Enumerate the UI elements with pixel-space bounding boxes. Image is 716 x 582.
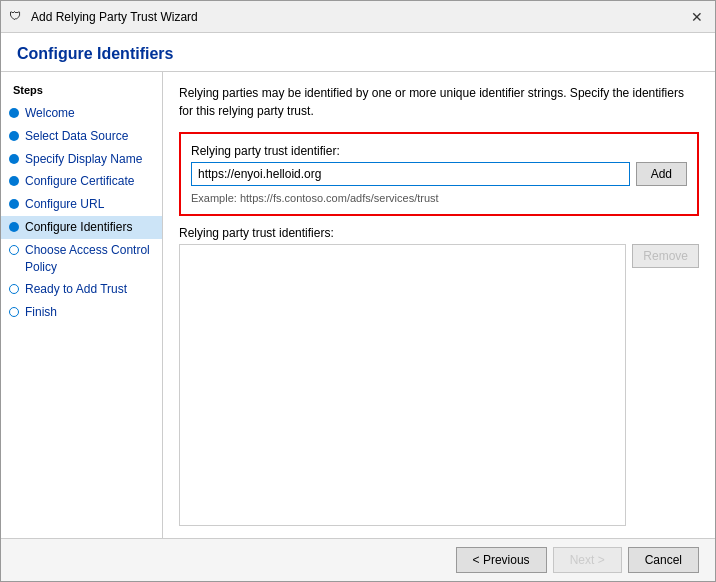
- title-bar: 🛡 Add Relying Party Trust Wizard ✕: [1, 1, 715, 33]
- title-bar-left: 🛡 Add Relying Party Trust Wizard: [9, 9, 198, 25]
- sidebar-item-display-name[interactable]: Specify Display Name: [1, 148, 162, 171]
- identifiers-list-label: Relying party trust identifiers:: [179, 226, 699, 240]
- identifiers-list[interactable]: [179, 244, 626, 526]
- sidebar-label-certificate: Configure Certificate: [25, 173, 134, 190]
- sidebar-label-welcome: Welcome: [25, 105, 75, 122]
- sidebar-item-identifiers[interactable]: Configure Identifiers: [1, 216, 162, 239]
- close-button[interactable]: ✕: [687, 7, 707, 27]
- dot-ready: [9, 284, 19, 294]
- identifier-input[interactable]: [191, 162, 630, 186]
- sidebar-label-url: Configure URL: [25, 196, 104, 213]
- description-text: Relying parties may be identified by one…: [179, 84, 699, 120]
- input-row: Add: [191, 162, 687, 186]
- identifiers-row: Remove: [179, 244, 699, 526]
- dot-certificate: [9, 176, 19, 186]
- sidebar-item-welcome[interactable]: Welcome: [1, 102, 162, 125]
- sidebar-label-identifiers: Configure Identifiers: [25, 219, 132, 236]
- sidebar-item-url[interactable]: Configure URL: [1, 193, 162, 216]
- title-bar-text: Add Relying Party Trust Wizard: [31, 10, 198, 24]
- steps-title: Steps: [1, 80, 162, 102]
- sidebar-item-certificate[interactable]: Configure Certificate: [1, 170, 162, 193]
- footer: < Previous Next > Cancel: [1, 538, 715, 581]
- sidebar: Steps Welcome Select Data Source Specify…: [1, 72, 163, 538]
- add-button[interactable]: Add: [636, 162, 687, 186]
- wizard-window: 🛡 Add Relying Party Trust Wizard ✕ Confi…: [0, 0, 716, 582]
- sidebar-item-finish[interactable]: Finish: [1, 301, 162, 324]
- sidebar-item-ready[interactable]: Ready to Add Trust: [1, 278, 162, 301]
- next-button[interactable]: Next >: [553, 547, 622, 573]
- sidebar-label-finish: Finish: [25, 304, 57, 321]
- sidebar-label-select-data-source: Select Data Source: [25, 128, 128, 145]
- identifier-field-label: Relying party trust identifier:: [191, 144, 687, 158]
- sidebar-item-access-control[interactable]: Choose Access Control Policy: [1, 239, 162, 279]
- page-header: Configure Identifiers: [1, 33, 715, 72]
- wizard-icon: 🛡: [9, 9, 25, 25]
- sidebar-label-ready: Ready to Add Trust: [25, 281, 127, 298]
- dot-welcome: [9, 108, 19, 118]
- dot-url: [9, 199, 19, 209]
- example-text: Example: https://fs.contoso.com/adfs/ser…: [191, 192, 687, 204]
- sidebar-label-access-control: Choose Access Control Policy: [25, 242, 150, 276]
- identifiers-section: Relying party trust identifiers: Remove: [179, 226, 699, 526]
- identifier-box: Relying party trust identifier: Add Exam…: [179, 132, 699, 216]
- dot-finish: [9, 307, 19, 317]
- sidebar-label-display-name: Specify Display Name: [25, 151, 142, 168]
- dot-display-name: [9, 154, 19, 164]
- content-area: Steps Welcome Select Data Source Specify…: [1, 72, 715, 538]
- previous-button[interactable]: < Previous: [456, 547, 547, 573]
- sidebar-item-select-data-source[interactable]: Select Data Source: [1, 125, 162, 148]
- dot-identifiers: [9, 222, 19, 232]
- dot-access-control: [9, 245, 19, 255]
- cancel-button[interactable]: Cancel: [628, 547, 699, 573]
- main-panel: Relying parties may be identified by one…: [163, 72, 715, 538]
- remove-button[interactable]: Remove: [632, 244, 699, 268]
- page-title: Configure Identifiers: [17, 45, 699, 63]
- dot-select-data-source: [9, 131, 19, 141]
